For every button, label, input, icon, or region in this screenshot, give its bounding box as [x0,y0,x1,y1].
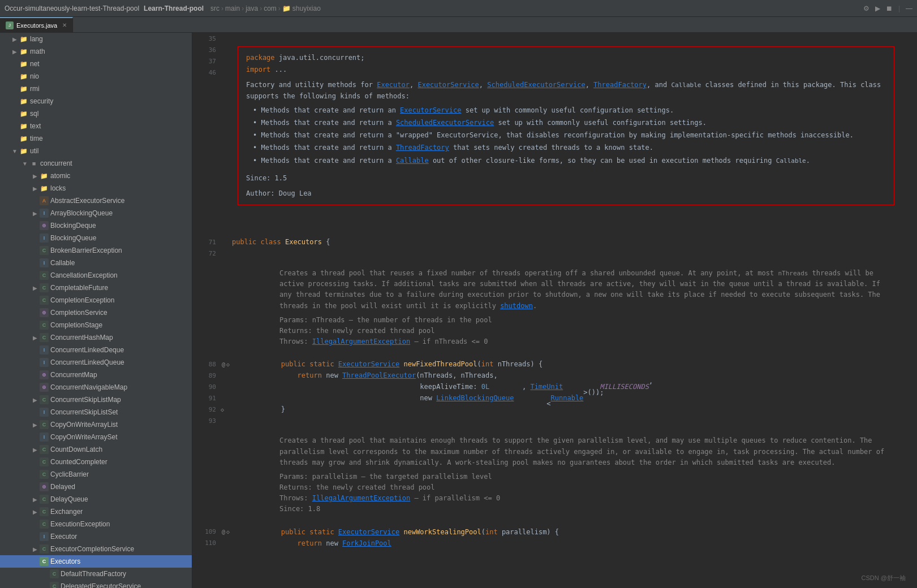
class-icon-cx: C [40,271,49,280]
folder-icon-time: 📁 [19,134,28,143]
line-number-109: 109 [192,526,221,538]
project-name-1: Occur-simultaneously-learn-test-Thread-p… [5,5,139,12]
executorservice-109[interactable]: ExecutorService [338,526,399,538]
executorservice-link2[interactable]: ExecutorService [400,106,461,114]
tree-item-blockingdeque[interactable]: ⊕ BlockingDeque [0,219,192,232]
gutter-88: @ [221,361,226,368]
doc-intro-text: Factory and utility methods for Executor… [246,80,886,101]
doc-bullet-2: • Methods that create and return a Sched… [246,118,886,128]
line-number-36: 36 [192,44,221,55]
watermark: CSDN @舒一袖 [862,574,906,582]
static-kw-109: static [305,526,338,538]
settings-icon[interactable]: ⚙ [863,5,869,12]
file-tree-panel: ▶ 📁 lang ▶ 📁 math 📁 net 📁 nio 📁 rmi [0,33,192,588]
tree-label-executor: Executor [50,533,77,541]
tf-link[interactable]: ThreadFactory [396,144,449,152]
public-kw: public [232,236,261,248]
tree-item-des[interactable]: C DelegatedExecutorService [0,580,192,588]
tree-label-cf: CompletableFuture [50,284,108,292]
tree-arrow-math: ▶ [10,49,19,55]
illegalargex-link3[interactable]: IllegalArgumentException [312,494,410,502]
tree-item-nio[interactable]: 📁 nio [0,70,192,83]
tree-item-executor[interactable]: I Executor [0,530,192,543]
tree-item-dtf[interactable]: C DefaultThreadFactory [0,568,192,580]
class-kw: class [261,236,285,248]
tree-item-cwas[interactable]: I CopyOnWriteArraySet [0,431,192,443]
tab-executors[interactable]: J Executors.java ✕ [0,17,73,33]
tree-item-cwal[interactable]: ▶ C CopyOnWriteArrayList [0,418,192,431]
tree-item-completionstage[interactable]: C CompletionStage [0,319,192,331]
tree-item-cld[interactable]: I ConcurrentLinkedDeque [0,344,192,356]
gutter-109b: ◇ [226,529,232,535]
tree-item-sql[interactable]: 📁 sql [0,107,192,120]
tree-item-cslmap[interactable]: ▶ C ConcurrentSkipListMap [0,394,192,406]
package-keyword: package [246,54,275,62]
tree-item-text[interactable]: 📁 text [0,120,192,132]
tree-item-executionex[interactable]: C ExecutionException [0,518,192,530]
tree-label-bq: BlockingQueue [50,234,96,242]
tree-item-completablefuture[interactable]: ▶ C CompletableFuture [0,282,192,294]
tree-label-rmi: rmi [30,85,40,93]
tree-item-cdl[interactable]: ▶ C CountDownLatch [0,443,192,456]
tab-close-button[interactable]: ✕ [62,22,67,28]
tree-item-delayed[interactable]: ⊕ Delayed [0,481,192,493]
tree-item-callable[interactable]: I Callable [0,257,192,269]
tree-label-cc: CountedCompleter [50,458,107,466]
scheduledexecutorservice-link[interactable]: ScheduledExecutorService [487,81,585,89]
folder-icon-lang: 📁 [19,34,28,44]
tree-item-time[interactable]: 📁 time [0,132,192,145]
tree-item-ecs[interactable]: ▶ C ExecutorCompletionService [0,543,192,555]
tree-item-dq[interactable]: ▶ C DelayQueue [0,493,192,505]
tree-item-cmap[interactable]: ⊕ ConcurrentMap [0,369,192,381]
executorservice-88[interactable]: ExecutorService [338,358,399,370]
tree-item-math[interactable]: ▶ 📁 math [0,45,192,58]
tree-item-cslset[interactable]: I ConcurrentSkipListSet [0,406,192,418]
tree-item-net[interactable]: 📁 net [0,58,192,70]
tree-item-rmi[interactable]: 📁 rmi [0,83,192,95]
tree-item-brokenbex[interactable]: C BrokenBarrierException [0,244,192,257]
tree-item-blockingqueue[interactable]: I BlockingQueue [0,232,192,244]
tree-item-atomic[interactable]: ▶ 📁 atomic [0,170,192,182]
executorservice-link[interactable]: ExecutorService [417,81,479,89]
doc-box3-container: Creates a thread pool that maintains eno… [232,426,917,526]
threadfactory-link[interactable]: ThreadFactory [593,81,647,89]
lbq-link[interactable]: LinkedBlockingQueue [436,392,514,404]
minimize-icon[interactable]: — [906,5,912,12]
tree-item-util[interactable]: ▼ 📁 util [0,145,192,157]
tree-item-concurrent[interactable]: ▼ ■ concurrent [0,157,192,170]
tree-item-abstractexecutorservice[interactable]: A AbstractExecutorService [0,194,192,207]
tree-item-executors[interactable]: C Executors [0,555,192,568]
fjp-link-110[interactable]: ForkJoinPool [342,538,391,549]
callable-link[interactable]: Callable [396,157,429,165]
tree-item-arraybq[interactable]: ▶ I ArrayBlockingQueue [0,207,192,219]
tree-arrow-ecs: ▶ [31,546,40,552]
class-icon-cstage: C [40,321,49,330]
main-layout: ▶ 📁 lang ▶ 📁 math 📁 net 📁 nio 📁 rmi [0,33,917,588]
tree-item-exchanger[interactable]: ▶ C Exchanger [0,505,192,518]
shutdown-link[interactable]: shutdown [500,302,533,310]
tree-label-clq: ConcurrentLinkedQueue [50,358,124,366]
illegalargex-link[interactable]: IllegalArgumentException [312,338,410,345]
tree-item-security[interactable]: 📁 security [0,95,192,107]
tree-label-cb: CyclicBarrier [50,470,89,478]
tree-item-cb[interactable]: C CyclicBarrier [0,468,192,481]
tree-item-completionservice[interactable]: ⊕ CompletionService [0,306,192,319]
run-icon[interactable]: ▶ [875,5,880,12]
tree-item-chm[interactable]: ▶ C ConcurrentHashMap [0,331,192,344]
stop-icon[interactable]: ⏹ [886,5,893,12]
tree-item-locks[interactable]: ▶ 📁 locks [0,182,192,194]
path-main: main [225,5,240,12]
tree-item-clq[interactable]: I ConcurrentLinkedQueue [0,356,192,369]
tree-item-cc[interactable]: C CountedCompleter [0,456,192,468]
tree-item-cancellationex[interactable]: C CancellationException [0,269,192,282]
runnable-link[interactable]: Runnable [551,392,584,404]
tree-item-cnmap[interactable]: ⊕ ConcurrentNavigableMap [0,381,192,394]
class-icon-cs: ⊕ [40,308,49,317]
executor-link[interactable]: Executor [377,81,410,89]
import-dots: ... [275,66,287,74]
tree-item-lang[interactable]: ▶ 📁 lang [0,33,192,45]
sched-link[interactable]: ScheduledExecutorService [396,119,494,127]
package-name: java.util.concurrent; [279,54,365,62]
tree-item-completionex[interactable]: C CompletionException [0,294,192,306]
code-line-93: 93 [192,415,917,426]
